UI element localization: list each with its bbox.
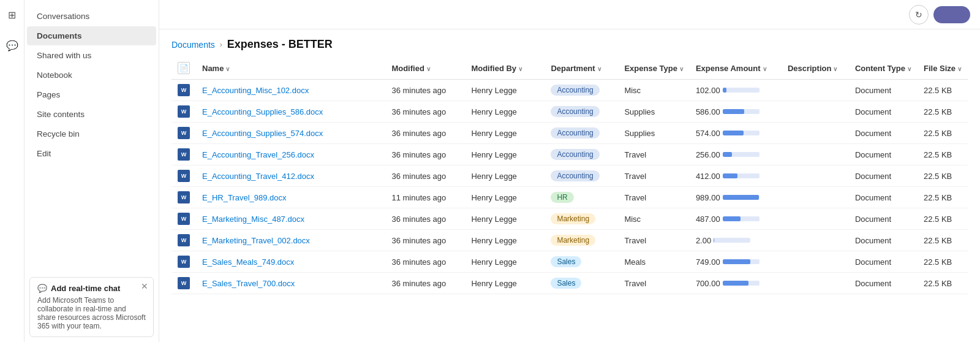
file-link[interactable]: E_Accounting_Misc_102.docx (202, 86, 309, 95)
file-name-cell: E_Accounting_Travel_256.docx (196, 144, 385, 165)
table-container: 📄Name∨Modified∨Modified By∨Department∨Ex… (159, 57, 980, 306)
col-header-expenseAmount[interactable]: Expense Amount∨ (690, 57, 782, 80)
department-cell: Accounting (545, 123, 618, 144)
sidebar-item-conversations[interactable]: Conversations (27, 7, 156, 26)
department-badge: Accounting (551, 85, 599, 96)
amount-bar-container (723, 152, 760, 157)
file-type-icon: W (172, 251, 196, 273)
description-cell (782, 123, 849, 144)
word-icon: W (178, 191, 190, 203)
breadcrumb-parent[interactable]: Documents (172, 40, 215, 50)
file-size-cell: 22.5 KB (918, 80, 968, 101)
chat-promo-icon: 💬 (37, 284, 47, 293)
close-promo-button[interactable]: ✕ (141, 281, 148, 291)
breadcrumb: Documents › Expenses - BETTER (159, 29, 980, 57)
col-header-description[interactable]: Description∨ (782, 57, 849, 80)
file-link[interactable]: E_Sales_Travel_700.docx (202, 279, 295, 288)
department-cell: Sales (545, 273, 618, 294)
toggle-button[interactable] (933, 6, 970, 23)
expense-amount-cell: 487.00 (690, 208, 782, 230)
modified-by: Henry Legge (465, 101, 545, 123)
file-type-icon: W (172, 144, 196, 165)
file-link[interactable]: E_Marketing_Travel_002.docx (202, 236, 310, 245)
modified-date: 36 minutes ago (385, 208, 465, 230)
breadcrumb-current: Expenses - BETTER (227, 38, 333, 51)
table-row: WE_Accounting_Supplies_586.docx36 minute… (172, 101, 968, 123)
file-link[interactable]: E_Marketing_Misc_487.docx (202, 215, 304, 224)
content-type-cell: Document (849, 144, 918, 165)
file-type-icon: W (172, 123, 196, 144)
col-header-expenseType[interactable]: Expense Type∨ (618, 57, 689, 80)
file-size-cell: 22.5 KB (918, 165, 968, 187)
col-header-name[interactable]: Name∨ (196, 57, 385, 80)
file-size-cell: 22.5 KB (918, 273, 968, 294)
grid-icon[interactable]: ⊞ (2, 5, 22, 25)
file-name-cell: E_Sales_Meals_749.docx (196, 251, 385, 273)
file-link[interactable]: E_Sales_Meals_749.docx (202, 257, 294, 267)
word-icon: W (178, 84, 190, 96)
sidebar-item-notebook[interactable]: Notebook (27, 66, 156, 85)
department-cell: Accounting (545, 165, 618, 187)
department-badge: Accounting (551, 170, 599, 181)
top-bar-actions: ↻ (909, 5, 970, 25)
department-cell: Sales (545, 251, 618, 273)
word-icon: W (178, 277, 190, 289)
col-header-contentType[interactable]: Content Type∨ (849, 57, 918, 80)
modified-by: Henry Legge (465, 251, 545, 273)
sidebar-item-recycle[interactable]: Recycle bin (27, 124, 156, 143)
file-name-cell: E_Sales_Travel_700.docx (196, 273, 385, 294)
content-type-cell: Document (849, 273, 918, 294)
sidebar-item-site-contents[interactable]: Site contents (27, 105, 156, 124)
modified-date: 36 minutes ago (385, 230, 465, 251)
sidebar-item-edit[interactable]: Edit (27, 144, 156, 163)
modified-by: Henry Legge (465, 80, 545, 101)
modified-date: 36 minutes ago (385, 101, 465, 123)
amount-bar-container (723, 131, 760, 135)
sidebar-item-pages[interactable]: Pages (27, 85, 156, 104)
file-link[interactable]: E_Accounting_Travel_256.docx (202, 150, 314, 159)
file-link[interactable]: E_Accounting_Supplies_574.docx (202, 129, 323, 138)
promo-description: Add Microsoft Teams to collaborate in re… (37, 296, 146, 330)
refresh-button[interactable]: ↻ (909, 5, 929, 25)
modified-by: Henry Legge (465, 187, 545, 208)
content-type-cell: Document (849, 230, 918, 251)
col-header-modifiedBy[interactable]: Modified By∨ (465, 57, 545, 80)
description-cell (782, 230, 849, 251)
sidebar-item-documents[interactable]: Documents (27, 26, 156, 45)
expense-type: Travel (618, 144, 689, 165)
modified-date: 36 minutes ago (385, 273, 465, 294)
expense-amount-cell: 700.00 (690, 273, 782, 294)
word-icon: W (178, 213, 190, 225)
file-link[interactable]: E_Accounting_Supplies_586.docx (202, 107, 323, 116)
main-content: ↻ Documents › Expenses - BETTER 📄Name∨Mo… (159, 0, 980, 342)
file-type-icon: W (172, 165, 196, 187)
chat-icon[interactable]: 💬 (2, 36, 22, 55)
description-cell (782, 144, 849, 165)
expense-type: Misc (618, 208, 689, 230)
table-row: WE_Marketing_Misc_487.docx36 minutes ago… (172, 208, 968, 230)
sidebar-item-shared[interactable]: Shared with us (27, 46, 156, 65)
file-link[interactable]: E_Accounting_Travel_412.docx (202, 172, 314, 181)
expense-amount-cell: 749.00 (690, 251, 782, 273)
modified-by: Henry Legge (465, 273, 545, 294)
col-header-department[interactable]: Department∨ (545, 57, 618, 80)
col-header-modified[interactable]: Modified∨ (385, 57, 465, 80)
modified-date: 36 minutes ago (385, 251, 465, 273)
table-row: WE_Accounting_Misc_102.docx36 minutes ag… (172, 80, 968, 101)
word-icon: W (178, 105, 190, 118)
file-name-cell: E_Marketing_Misc_487.docx (196, 208, 385, 230)
amount-bar (723, 131, 744, 135)
table-row: WE_Marketing_Travel_002.docx36 minutes a… (172, 230, 968, 251)
expense-amount-cell: 102.00 (690, 80, 782, 101)
expense-type: Meals (618, 251, 689, 273)
department-badge: Accounting (551, 106, 599, 117)
department-badge: Sales (551, 256, 581, 267)
chat-promo: ✕ 💬 Add real-time chat Add Microsoft Tea… (29, 277, 154, 337)
expense-amount-value: 487.00 (696, 215, 720, 224)
file-name-cell: E_Accounting_Supplies_586.docx (196, 101, 385, 123)
content-type-cell: Document (849, 187, 918, 208)
description-cell (782, 251, 849, 273)
col-header-fileSize[interactable]: File Size∨ (918, 57, 968, 80)
file-link[interactable]: E_HR_Travel_989.docx (202, 193, 287, 202)
expense-amount-cell: 256.00 (690, 144, 782, 165)
